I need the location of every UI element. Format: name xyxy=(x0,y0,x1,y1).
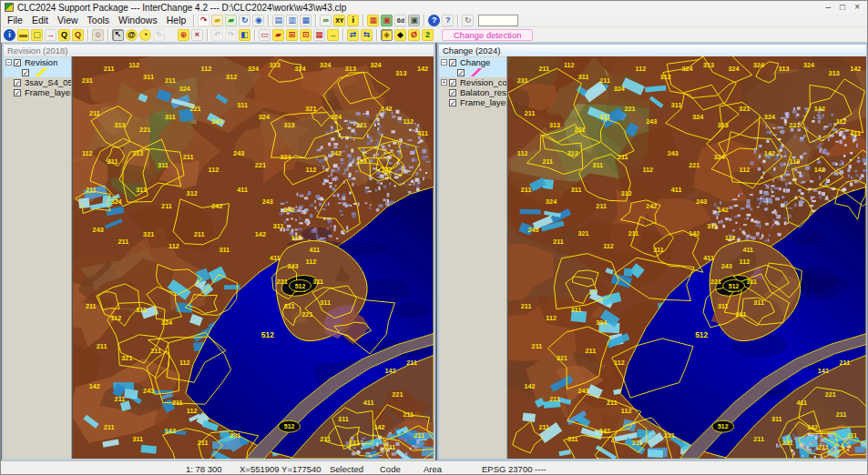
menu-edit[interactable]: Edit xyxy=(27,14,53,26)
change-map-view[interactable]: 2312111123112113241123123243133243243133… xyxy=(507,56,866,459)
map-code-label: 211 xyxy=(549,395,560,403)
layer-label[interactable]: Revision_copy xyxy=(460,77,506,87)
map-code-label: 211 xyxy=(525,109,536,117)
layer-checkbox[interactable]: ✓ xyxy=(22,69,29,76)
layer-checkbox[interactable]: ✓ xyxy=(14,59,21,66)
anaglyph-3d-icon[interactable]: 6d xyxy=(394,15,406,26)
layer-label[interactable]: Frame_layer xyxy=(25,87,71,97)
layer-label[interactable]: Revision xyxy=(25,57,57,67)
menu-view[interactable]: View xyxy=(53,14,83,26)
delete-feature-icon[interactable]: × xyxy=(191,29,203,41)
map-code-label: 243 xyxy=(527,226,538,234)
swap-layers-icon[interactable]: ⇄ xyxy=(347,29,359,41)
swap-views-icon[interactable]: ⇆ xyxy=(361,29,373,41)
layer-checkbox[interactable]: ✓ xyxy=(449,89,456,96)
tree-expander[interactable]: − xyxy=(5,59,12,66)
layer-checkbox[interactable]: ✓ xyxy=(449,79,456,86)
change-window-titlebar[interactable]: Change (2024) xyxy=(439,45,866,56)
scale-combobox[interactable] xyxy=(478,15,518,26)
layer-checkbox[interactable]: ✓ xyxy=(14,89,21,96)
menu-tools[interactable]: Tools xyxy=(83,14,115,26)
tree-row: +✓Revision_copy xyxy=(439,77,506,87)
node-edit-icon[interactable]: ◆ xyxy=(394,29,406,41)
select-cursor-icon[interactable]: ↖ xyxy=(112,29,124,41)
tree-expander-spacer xyxy=(14,69,20,76)
revert-change-icon[interactable]: 2 xyxy=(422,29,434,41)
layer-checkbox[interactable]: ✓ xyxy=(14,79,21,86)
add-feature-icon[interactable]: ⊕ xyxy=(178,29,189,41)
maximize-button[interactable]: □ xyxy=(840,2,845,13)
map-code-label: 211 xyxy=(406,359,417,367)
map-code-label: 324 xyxy=(371,61,382,69)
layer-checkbox[interactable]: ✓ xyxy=(449,99,456,106)
measure-icon[interactable]: ▬ xyxy=(17,29,29,41)
tree-expander[interactable]: − xyxy=(441,59,447,66)
map-code-label: 142 xyxy=(814,105,825,113)
map-layer-green-icon[interactable]: ▰ xyxy=(225,15,237,26)
map-code-label: 311 xyxy=(599,113,610,121)
revision-map-view[interactable]: 2312111123112113241123123243133243243133… xyxy=(72,56,434,459)
pan-arrow-icon[interactable]: → xyxy=(45,29,56,41)
layer-label[interactable]: Frame_layer xyxy=(460,97,506,107)
grid-node-icon[interactable]: ⊞ xyxy=(286,29,298,41)
classification-grid-icon[interactable]: ▦ xyxy=(367,15,379,26)
tile-vertical-icon[interactable]: ▥ xyxy=(286,15,298,26)
map-code-label: 242 xyxy=(211,202,222,210)
water-code-label: 512 xyxy=(261,330,274,339)
apply-change-icon[interactable]: → xyxy=(327,29,339,41)
xy-attributes-icon[interactable]: XY xyxy=(333,15,345,26)
map-code-label: 231 xyxy=(664,430,675,439)
time-icon[interactable]: ◔ xyxy=(139,29,151,41)
globe-icon[interactable]: ◉ xyxy=(252,15,264,26)
rotate-view-icon[interactable]: ↻ xyxy=(239,15,250,26)
change-detection-button[interactable]: Change detection xyxy=(442,29,533,41)
legend-colors-icon[interactable]: ▣ xyxy=(381,15,393,26)
rect-outline-icon[interactable]: ▭ xyxy=(259,29,271,41)
tree-row: −✓Revision xyxy=(4,57,71,67)
info-cursor-icon[interactable]: i xyxy=(4,29,15,41)
zoom-in-icon[interactable]: Q xyxy=(58,29,70,41)
help-icon[interactable]: ? xyxy=(428,15,440,26)
select-region-icon[interactable]: ▢ xyxy=(31,29,43,41)
open-project-icon[interactable]: ↷ xyxy=(198,15,209,26)
snapshot-camera-icon[interactable]: ▣ xyxy=(408,15,420,26)
tile-horizontal-icon[interactable]: ▤ xyxy=(272,15,284,26)
info-table-icon[interactable]: i xyxy=(347,15,359,26)
close-button[interactable]: × xyxy=(854,2,860,13)
map-code-label: 211 xyxy=(846,430,857,439)
refresh-icon[interactable]: ↻ xyxy=(462,15,474,26)
menu-windows[interactable]: Windows xyxy=(114,14,162,26)
context-help-icon[interactable]: ? xyxy=(442,15,454,26)
menu-file[interactable]: File xyxy=(3,14,27,26)
map-code-label: 221 xyxy=(277,278,288,286)
cascade-windows-icon[interactable]: ▦ xyxy=(300,15,311,26)
attribute-window-icon[interactable]: ▦ xyxy=(313,29,325,41)
toolbar-separator xyxy=(166,29,177,41)
map-layer-yellow-icon[interactable]: ▰ xyxy=(211,15,223,26)
change-window-title: Change (2024) xyxy=(443,45,500,56)
cut-polygon-icon[interactable]: Ø xyxy=(408,29,420,41)
menu-help[interactable]: Help xyxy=(162,14,191,26)
user-profile-icon[interactable]: ☺ xyxy=(92,29,104,41)
minimize-button[interactable]: – xyxy=(826,2,832,13)
zoom-pair-icon[interactable]: Q xyxy=(72,29,84,41)
polygon-fill-icon[interactable]: ▰ xyxy=(272,29,284,41)
map-code-label: 142 xyxy=(807,423,818,431)
find-binoculars-icon[interactable]: ∞ xyxy=(320,15,332,26)
layer-checkbox[interactable]: ✓ xyxy=(457,69,465,76)
revision-window-titlebar[interactable]: Revision (2018) xyxy=(4,45,434,56)
grid-fill-icon[interactable]: ⊡ xyxy=(300,29,311,41)
map-badge-label: 512 xyxy=(729,283,740,289)
map-code-label: 211 xyxy=(172,399,183,407)
map-code-label: 142 xyxy=(255,230,266,238)
at-position-icon[interactable]: @ xyxy=(126,29,138,41)
layer-label[interactable]: Change xyxy=(460,57,490,67)
merge-polygons-icon[interactable]: ◈ xyxy=(381,29,393,41)
map-code-label: 312 xyxy=(660,73,671,81)
layer-label[interactable]: Balaton_reszlet.tif xyxy=(460,87,506,97)
tree-expander[interactable]: + xyxy=(441,79,447,86)
compare-split-icon[interactable]: ◧ xyxy=(239,29,250,41)
layer-label[interactable]: 3sav_S4_051010_73_2 xyxy=(25,77,71,87)
map-code-label: 142 xyxy=(525,382,536,390)
layer-checkbox[interactable]: ✓ xyxy=(449,59,456,66)
